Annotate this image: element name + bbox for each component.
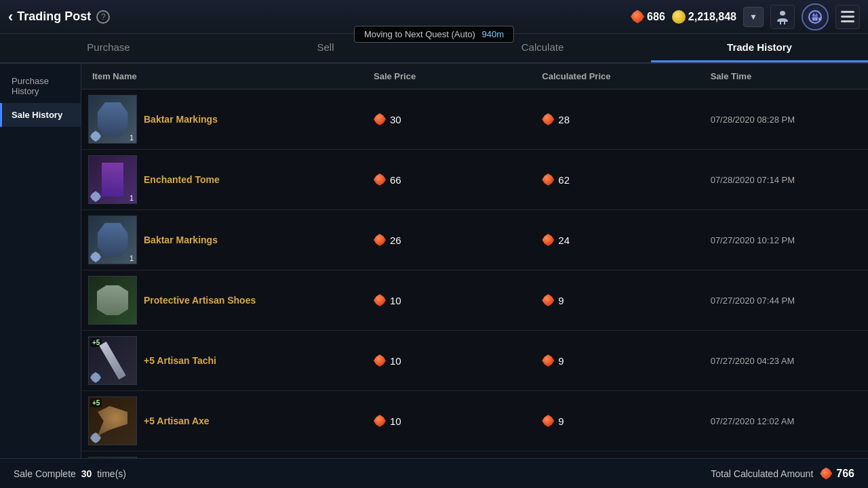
shop-icon-button[interactable]: SHOP (802, 3, 829, 30)
item-quantity: 1 (130, 194, 134, 202)
calc-price-value: 9 (558, 415, 564, 427)
price-gem-icon (374, 354, 386, 367)
item-image (88, 276, 137, 325)
plus-badge: +5 (90, 338, 102, 347)
currency-dropdown-button[interactable]: ▼ (743, 7, 764, 27)
item-image: +5 (88, 396, 137, 445)
item-name: Protective Artisan Shoes (144, 295, 256, 306)
sale-complete-label: Sale Complete (14, 468, 76, 479)
total-label: Total Calculated Amount (711, 468, 813, 479)
gold-currency: 2,218,848 (672, 10, 736, 24)
sidebar: Purchase History Sale History (0, 64, 81, 458)
shop-icon: SHOP (807, 9, 823, 25)
item-cell: +5 +5 Artisan Tachi (81, 331, 363, 390)
menu-icon-button[interactable] (835, 5, 860, 29)
content-area: Item Name Sale Price Calculated Price Sa… (81, 64, 868, 458)
help-icon[interactable]: ? (96, 10, 110, 24)
sale-price-cell: 26 (363, 234, 531, 246)
grade-icon (90, 251, 101, 262)
item-image: 1 (88, 155, 137, 204)
item-image (88, 457, 137, 458)
sidebar-item-purchase-history[interactable]: Purchase History (0, 69, 81, 103)
item-quantity: 1 (130, 134, 134, 142)
character-icon (775, 9, 790, 24)
header-right: 686 2,218,848 ▼ SHOP (631, 3, 860, 30)
calc-price-cell: 28 (531, 113, 699, 125)
table-row: +5 +5 Artisan Tachi 10 9 07/27/2020 04:2… (81, 331, 868, 391)
calc-price-value: 24 (558, 235, 570, 246)
price-gem-icon (374, 294, 386, 306)
gems-value: 686 (647, 11, 665, 23)
sale-price-value: 10 (390, 295, 401, 306)
grade-icon (90, 432, 101, 443)
gold-icon (672, 10, 686, 24)
table-row: 1 Baktar Markings 30 28 07/28/2020 08:28… (81, 89, 868, 150)
table-row: Faithful Artisan Armor 10 9 07/26/2020 0… (81, 451, 868, 458)
sale-price-cell: 10 (363, 354, 531, 367)
table-row: Protective Artisan Shoes 10 9 07/27/2020… (81, 270, 868, 331)
total-amount: 766 (820, 468, 854, 480)
item-cell: 1 Baktar Markings (81, 89, 363, 149)
price-gem-icon (542, 234, 554, 246)
footer-total: Total Calculated Amount 766 (711, 468, 854, 480)
item-cell: Faithful Artisan Armor (81, 451, 363, 458)
tab-trade-history[interactable]: Trade History (651, 34, 868, 62)
price-gem-icon (374, 113, 386, 125)
calc-price-value: 9 (558, 355, 564, 367)
svg-text:SHOP: SHOP (812, 17, 822, 21)
gold-value: 2,218,848 (688, 11, 736, 23)
grade-icon (90, 131, 101, 142)
sidebar-item-sale-history[interactable]: Sale History (0, 103, 81, 127)
sale-price-value: 30 (390, 114, 401, 125)
item-image: 1 (88, 95, 137, 144)
col-header-item-name: Item Name (81, 71, 363, 81)
sale-time-cell: 07/27/2020 07:44 PM (700, 296, 868, 306)
character-icon-button[interactable] (770, 5, 795, 29)
sale-price-cell: 66 (363, 174, 531, 186)
calc-price-value: 62 (558, 174, 570, 186)
sale-price-cell: 10 (363, 415, 531, 427)
tab-purchase[interactable]: Purchase (0, 34, 217, 62)
table-row: 1 Enchanted Tome 66 62 07/28/2020 07:14 … (81, 150, 868, 210)
calc-price-cell: 62 (531, 174, 699, 186)
price-gem-icon (542, 113, 554, 125)
price-gem-icon (542, 294, 554, 306)
item-quantity: 1 (130, 254, 134, 262)
item-name: Baktar Markings (144, 114, 218, 125)
col-header-sale-price: Sale Price (363, 71, 531, 81)
col-header-sale-time: Sale Time (700, 71, 868, 81)
grade-icon (90, 372, 101, 383)
calc-price-value: 9 (558, 295, 564, 306)
col-header-calc-price: Calculated Price (531, 71, 699, 81)
menu-bar-2 (841, 16, 854, 18)
quest-banner: Moving to Next Quest (Auto) 940m (354, 26, 514, 43)
sale-time-cell: 07/28/2020 07:14 PM (700, 175, 868, 185)
back-button[interactable]: ‹ Trading Post (8, 8, 96, 26)
price-gem-icon (542, 354, 554, 367)
sale-price-value: 26 (390, 235, 401, 246)
svg-rect-0 (780, 11, 785, 16)
item-name: +5 Artisan Axe (144, 415, 210, 426)
calc-price-cell: 24 (531, 234, 699, 246)
gem-icon (631, 10, 644, 24)
price-gem-icon (374, 234, 386, 246)
price-gem-icon (542, 174, 554, 186)
price-gem-icon (374, 174, 386, 186)
calc-price-cell: 9 (531, 294, 699, 306)
calc-price-value: 28 (558, 114, 570, 125)
sale-price-cell: 10 (363, 294, 531, 306)
table-row: 1 Baktar Markings 26 24 07/27/2020 10:12… (81, 210, 868, 270)
item-cell: +5 +5 Artisan Axe (81, 391, 363, 451)
item-name: Baktar Markings (144, 235, 218, 245)
table-body: 1 Baktar Markings 30 28 07/28/2020 08:28… (81, 89, 868, 458)
main-layout: Purchase History Sale History Item Name … (0, 64, 868, 458)
price-gem-icon (374, 415, 386, 427)
sale-price-value: 10 (390, 415, 401, 427)
menu-bar-1 (841, 11, 854, 13)
price-gem-icon (542, 415, 554, 427)
footer-sale-info: Sale Complete 30 time(s) (14, 468, 126, 479)
page-title: Trading Post (17, 9, 91, 24)
menu-bar-3 (841, 20, 854, 22)
sale-unit: time(s) (97, 468, 126, 479)
total-value: 766 (836, 468, 854, 480)
